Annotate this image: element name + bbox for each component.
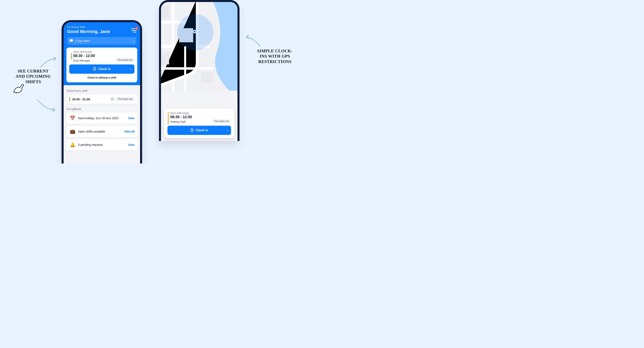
shift-stripe	[71, 53, 72, 59]
glance-holiday-text: Next holiday: Sun 26 Nov 2023	[78, 117, 118, 120]
glance-openshifts-link[interactable]: View all	[124, 130, 134, 133]
glance-holiday-link[interactable]: View	[128, 117, 134, 120]
shift-stripe	[69, 97, 70, 101]
glance-pending-link[interactable]: View	[128, 143, 134, 146]
stopwatch-icon	[93, 68, 96, 71]
header-date: Fri 10 Nov 2023	[67, 26, 110, 29]
annotation-left: SEE CURRENT AND UPCOMING SHIFTS	[14, 69, 52, 84]
next-shift-location: The Swan Inn	[116, 58, 134, 62]
glance-pending-text: 5 pending requests	[78, 143, 103, 146]
glance-openshifts-card[interactable]: 💼 Open shifts available View all	[66, 126, 137, 137]
svg-rect-2	[70, 39, 73, 42]
map-next-shift-time: 08:30 - 12:00	[170, 115, 231, 119]
map-next-shift-label: Next shift today	[170, 112, 231, 115]
tomorrow-shift-time: 16:00 - 21:00	[72, 98, 90, 101]
map-clock-in-label: Clock in	[196, 129, 208, 132]
map-shift-card: Next shift today 08:30 - 12:00 Waiting S…	[164, 108, 234, 138]
tomorrow-shift-location: The Swan Inn	[116, 97, 134, 101]
svg-rect-7	[201, 73, 213, 83]
header: Fri 10 Nov 2023 Good Morning, Jane 5 2 D…	[64, 22, 140, 48]
speech-icon	[70, 39, 73, 43]
map-next-shift-location: The Swan Inn	[212, 119, 231, 123]
glance-pending-card[interactable]: 🔔 5 pending requests View	[66, 139, 137, 150]
svg-rect-4	[161, 6, 169, 18]
shift-stripe	[168, 112, 169, 124]
svg-point-1	[13, 92, 14, 93]
chevron-right-icon: ›	[227, 129, 228, 132]
day-notes-row[interactable]: 2 Day notes ›	[67, 37, 136, 45]
header-greeting: Good Morning, Jane	[67, 29, 110, 34]
stopwatch-icon	[190, 129, 194, 132]
svg-rect-6	[161, 52, 169, 65]
phone-gps-clockin: Next shift today 08:30 - 12:00 Waiting S…	[159, 0, 240, 141]
next-shift-time: 08:30 - 12:00	[73, 54, 134, 58]
menu-button[interactable]: 5	[131, 29, 136, 33]
notification-badge: 5	[135, 27, 138, 30]
next-shift-card: Next shift today 08:30 - 12:00 Duty Mana…	[66, 48, 137, 82]
svg-point-0	[16, 93, 16, 94]
tomorrow-shift-card[interactable]: 16:00 - 21:00 The Swan Inn	[66, 95, 137, 104]
calendar-icon: 📅	[69, 115, 76, 121]
tomorrow-section-label: Tomorrow's shift	[66, 89, 137, 92]
clock-in-label: Clock in	[98, 67, 111, 71]
annotation-right: SIMPLE CLOCK-INS WITH GPS RESTRICTIONS	[255, 48, 295, 64]
phone-doodle-icon	[12, 83, 26, 95]
glance-section-label: At a glance	[66, 107, 137, 111]
day-notes-label: 2 Day notes	[75, 39, 90, 43]
clock-in-button[interactable]: Clock in ›	[69, 65, 134, 74]
phone-dashboard: Fri 10 Nov 2023 Good Morning, Jane 5 2 D…	[62, 20, 142, 164]
pending-icon: 🔔	[69, 142, 76, 148]
map-view[interactable]	[161, 2, 238, 91]
map-clock-in-button[interactable]: Clock in ›	[168, 126, 231, 135]
next-shift-label: Next shift today	[73, 50, 134, 53]
chevron-right-icon: ›	[130, 67, 131, 71]
next-shift-role: Duty Manager	[73, 59, 90, 62]
clock-in-without-shift-link[interactable]: Clock in without a shift	[69, 76, 134, 80]
chevron-right-icon: ›	[133, 39, 134, 43]
open-shifts-icon: 💼	[69, 128, 76, 135]
note-icon	[111, 98, 114, 101]
glance-holiday-card[interactable]: 📅 Next holiday: Sun 26 Nov 2023 View	[66, 113, 137, 124]
map-next-shift-role: Waiting Staff	[170, 120, 186, 123]
glance-openshifts-text: Open shifts available	[78, 130, 105, 133]
user-location-dot	[193, 30, 196, 34]
